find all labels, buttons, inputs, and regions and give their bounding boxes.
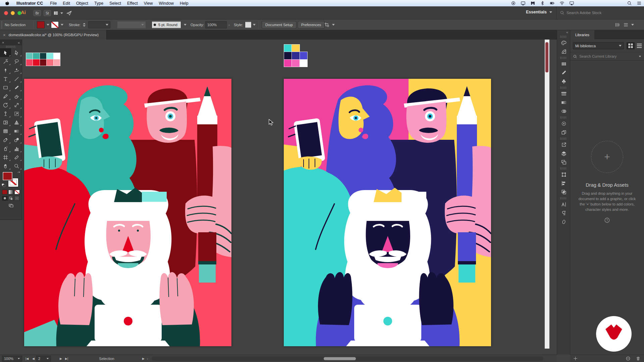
malwarebytes-icon[interactable] [530, 1, 535, 6]
previous-artboard-button[interactable]: ◀ [32, 357, 35, 360]
free-transform-tool[interactable] [11, 109, 22, 118]
pen-tool[interactable] [0, 66, 11, 74]
color-swatch[interactable] [291, 59, 300, 67]
menu-item-help[interactable]: Help [177, 1, 192, 6]
fill-chevron[interactable] [47, 24, 49, 25]
stroke-chevron[interactable] [61, 24, 63, 25]
color-swatch[interactable] [284, 44, 292, 52]
add-asset-drop-zone[interactable]: + [591, 141, 623, 173]
stroke-color-swatch[interactable] [51, 21, 59, 28]
vertical-scrollbar[interactable] [545, 40, 549, 349]
tools-close-icon[interactable]: × [2, 41, 4, 45]
paintbrush-tool[interactable] [11, 83, 22, 92]
add-content-icon[interactable] [573, 356, 578, 361]
status-options-arrow[interactable]: ▶ [142, 357, 145, 360]
menu-item-object[interactable]: Object [73, 1, 91, 6]
color-swatch[interactable] [40, 53, 47, 60]
brush-chevron[interactable] [184, 24, 186, 25]
artboards-panel-icon[interactable] [557, 158, 571, 167]
pencil-tool[interactable] [0, 92, 11, 101]
scale-tool[interactable] [11, 101, 22, 109]
record-icon[interactable] [511, 1, 516, 6]
draw-behind-icon[interactable] [8, 196, 14, 201]
tools-collapse-icon[interactable]: « [18, 41, 20, 45]
share-rocket-icon[interactable] [66, 10, 72, 16]
color-swatch[interactable] [284, 59, 292, 67]
grid-view-icon[interactable] [627, 42, 635, 49]
panel-group-grip[interactable] [560, 116, 567, 119]
color-guide-panel-icon[interactable] [557, 47, 571, 56]
library-select[interactable]: Mi biblioteca [573, 42, 624, 49]
columns-icon[interactable] [614, 22, 620, 27]
panel-group-grip[interactable] [560, 167, 567, 170]
panel-group-grip[interactable] [560, 36, 567, 38]
stroke-panel-icon[interactable] [557, 89, 571, 98]
none-button[interactable] [14, 190, 20, 194]
color-button[interactable] [2, 190, 7, 194]
swatch-strip-right[interactable] [284, 44, 308, 67]
last-artboard-button[interactable]: ▶| [65, 357, 68, 360]
panel-group-grip[interactable] [560, 57, 567, 59]
menu-item-select[interactable]: Select [106, 1, 124, 6]
wifi-icon[interactable] [559, 1, 565, 6]
menu-app-name[interactable]: Illustrator CC [14, 1, 46, 6]
bluetooth-icon[interactable] [540, 1, 545, 6]
menu-item-type[interactable]: Type [91, 1, 106, 6]
swatches-panel-icon[interactable] [557, 60, 571, 68]
opacity-expand-arrow[interactable]: › [228, 23, 230, 27]
type-tool[interactable] [0, 74, 11, 83]
help-icon[interactable]: ? [604, 217, 610, 223]
symbols-panel-icon[interactable] [557, 77, 571, 86]
library-search-input[interactable]: Search Current Library [570, 52, 644, 61]
symbol-sprayer-tool[interactable] [0, 144, 11, 153]
artboard-tool-tool[interactable] [0, 153, 11, 162]
draw-inside-icon[interactable] [14, 196, 20, 201]
menu-item-edit[interactable]: Edit [60, 1, 73, 6]
color-swatch[interactable] [46, 59, 54, 66]
menu-item-effect[interactable]: Effect [124, 1, 141, 6]
fill-color-swatch[interactable] [37, 21, 45, 28]
color-swatch[interactable] [26, 59, 33, 66]
zoom-tool-tool[interactable] [11, 162, 22, 170]
color-swatch[interactable] [53, 53, 61, 60]
menu-list-icon[interactable] [637, 1, 642, 6]
shape-builder-tool[interactable] [0, 118, 11, 127]
document-tab[interactable]: × domestikawallcolor.ai* @ 100% (RGB/GPU… [0, 30, 107, 40]
draw-normal-icon[interactable] [2, 196, 8, 201]
line-segment-tool[interactable] [11, 74, 22, 83]
panel-group-grip[interactable] [560, 137, 567, 140]
gradient-tool[interactable] [11, 127, 22, 135]
brushes-panel-icon[interactable] [557, 68, 571, 77]
magic-wand-tool[interactable] [0, 57, 11, 66]
panel-group-grip[interactable] [560, 86, 567, 89]
color-swatch[interactable] [300, 59, 308, 67]
tab-libraries[interactable]: Libraries [570, 30, 594, 39]
paragraph-panel-icon[interactable] [557, 209, 571, 218]
column-graph-tool[interactable] [11, 144, 22, 153]
arrange-documents-icon[interactable] [53, 10, 59, 16]
rectangle-tool[interactable] [0, 83, 11, 92]
appearance-panel-icon[interactable] [557, 119, 571, 128]
swap-fill-stroke-icon[interactable] [17, 171, 21, 175]
pathfinder-panel-icon[interactable] [557, 188, 571, 196]
color-swatch[interactable] [46, 53, 54, 60]
battery-icon[interactable] [550, 1, 555, 6]
graphic-styles-panel-icon[interactable] [557, 128, 571, 137]
export-panel-icon[interactable] [557, 140, 571, 149]
display-icon[interactable] [521, 1, 526, 6]
slice-tool[interactable] [11, 153, 22, 162]
zoom-level-select[interactable]: 100% [2, 356, 22, 361]
color-swatch[interactable] [284, 52, 292, 60]
delete-icon[interactable] [636, 356, 641, 361]
bridge-button[interactable]: Br [34, 10, 41, 16]
menu-item-view[interactable]: View [141, 1, 156, 6]
hand-tool[interactable] [0, 162, 11, 170]
color-swatch[interactable] [26, 53, 33, 60]
vertical-scrollbar-thumb[interactable] [545, 42, 548, 72]
artboard-number-select[interactable]: 2 [36, 356, 51, 361]
window-minimize-button[interactable] [11, 11, 15, 15]
panel-list-icon[interactable] [623, 22, 629, 27]
swatch-strip-left[interactable] [26, 53, 60, 66]
dock-collapse-icon[interactable]: « [557, 30, 570, 35]
scroll-left-arrow[interactable]: ‹ [147, 357, 148, 361]
